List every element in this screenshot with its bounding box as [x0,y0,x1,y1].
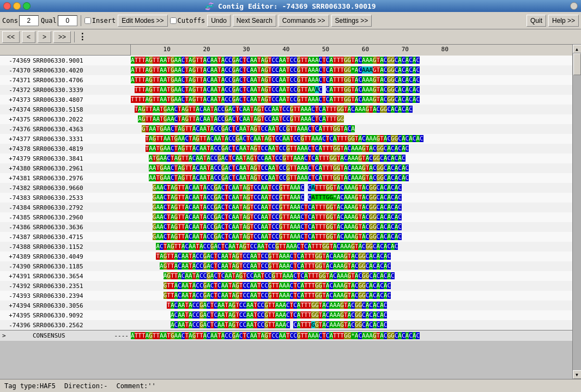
row-sequence: TAGTTACAATACCGACTCAATAGTCCAATCCGTTAAACTC… [131,252,572,261]
row-id: +74394 [0,302,33,309]
nav-bar: << < > >> ⋮ [0,29,581,45]
sequence-text: TTTTAGTTAATGAACTAGTTACAATACCGACTCAATAGTC… [131,95,420,105]
ruler-row: 10 20 30 40 50 60 70 80 [0,45,572,56]
resize-icon[interactable] [570,2,578,10]
scroll-thumb[interactable] [573,53,581,75]
row-sequence: ACAATACCGACTCAATAGTCCAATCCGTTAAAC CATTTG… [131,320,572,330]
row-name: SRR006330.3331 [33,136,104,143]
status-bar: Tag type:HAF5 Direction:- Comment:'' [0,379,581,392]
minimize-button[interactable] [13,2,21,10]
row-id: -74372 [0,87,33,94]
row-sequence: AGTTACAATACCGACTCAATAGTCCAATCCGTTAAACTCA… [131,271,572,281]
row-name: SRR006330.3654 [33,273,104,280]
row-sequence: ATGAACTAGTTACAATACCGACTCAATAGTCCAATCCGTT… [131,154,572,163]
row-name: SRR006330.4049 [33,253,104,260]
sequence-text: ACAATACCGACTCAATAGTCCAATCCGTTAAAC CATTTG… [131,320,387,330]
prev-button[interactable]: < [22,31,35,43]
qual-label: Qual [41,17,57,24]
row-id: +74377 [0,136,33,143]
table-row: +74395SRR006330.9092 ACAATACCGACTCAATAGT… [0,310,572,320]
row-name: SRR006330.2562 [33,322,104,329]
sequence-text: ATTTAGTTAATGAACTAGTTACAATACCGACTCAATAGTC… [131,65,420,75]
next-nav-button[interactable]: > [38,31,51,43]
sequence-container[interactable]: 10 20 30 40 50 60 70 80 -74369SRR006330.… [0,45,572,379]
table-row: -74376SRR006330.4363 GTAATGAACTAGTTACAAT… [0,124,572,134]
scroll-up-button[interactable]: ▲ [573,45,582,53]
window-title: Contig Editor: -74369 SRR006330.90019 [218,2,376,10]
toolbar: Cons 2 Qual 0 Insert Edit Modes >> Cutof… [0,12,581,29]
last-button[interactable]: >> [53,31,71,43]
edit-modes-button[interactable]: Edit Modes >> [118,15,167,27]
sequence-text: GAACTAGTTACAATACCGACTCAATAGTCCAATCCGTTAA… [131,212,402,222]
help-button[interactable]: Help >> [548,15,579,27]
row-sequence: AGTTAATGAACTAGTTACAATACCGACTCAATAGTCCAAT… [131,114,572,124]
row-name: SRR006330.2394 [33,292,104,299]
vertical-scrollbar[interactable]: ▲ ▼ [572,45,581,379]
row-sequence: AGTTACAATACCGACTCAATAGTCCAATCCGTTAAACTCA… [131,261,572,271]
row-name: SRR006330.4363 [33,126,104,133]
row-id: +74378 [0,145,33,152]
row-sequence: GAACTAGTTACAATACCGACTCAATAGTCCAATCCGTTAA… [131,232,572,242]
insert-checkbox[interactable] [84,17,91,24]
ruler-content: 10 20 30 40 50 60 70 80 [131,45,572,56]
seq-rows[interactable]: -74369SRR006330.9001ATTTAGTTAATGAACTAGTT… [0,56,572,379]
qual-input[interactable]: 0 [58,15,77,26]
sequence-text: ATTTAGTTAATGAACTAGTTACAATACCGACTCAATAGTC… [131,331,420,341]
table-row: +74373SRR006330.4807TTTTAGTTAATGAACTAGTT… [0,95,572,105]
row-id: -74387 [0,234,33,241]
commands-button[interactable]: Commands >> [279,15,329,27]
row-name: SRR006330.2976 [33,175,104,182]
table-row: -74390SRR006330.1185 AGTTACAATACCGACTCAA… [0,261,572,271]
insert-checkbox-label[interactable]: Insert [84,17,116,24]
sequence-text: AGTTAATGAACTAGTTACAATACCGACTCAATAGTCCAAT… [131,114,344,124]
quit-button[interactable]: Quit [526,15,546,27]
window-controls[interactable] [3,2,31,10]
row-id: +74389 [0,253,33,260]
cutoffs-checkbox[interactable] [170,17,177,24]
right-window-controls[interactable] [570,2,578,10]
sequence-text: GAACTAGTTACAATACCGACTCAATAGTCCAATCCGTTAA… [131,183,402,193]
undo-button[interactable]: Undo [207,15,231,27]
close-button[interactable] [3,2,11,10]
cons-input[interactable]: 2 [19,15,39,26]
table-row: -74386SRR006330.3636 GAACTAGTTACAATACCGA… [0,222,572,232]
table-row: -74385SRR006330.2960 GAACTAGTTACAATACCGA… [0,212,572,222]
row-id: -74369 [0,57,33,64]
ruler-label-header [0,45,131,55]
row-sequence: AATGAACTAGTTACAATACCGACTCAATAGTCCAATCCGT… [131,173,572,183]
row-sequence: GTTACAATACCGACTCAATAGTCCAATCCGTTAAACTCAT… [131,281,572,291]
sequence-text: TAGTTAATGAACTAGTTACAATACCGACTCAATAGTCCAA… [131,105,413,114]
row-sequence: ACTAGTTACAATACCGACTCAATAGTCCAATCCGTTAAAC… [131,242,572,252]
first-button[interactable]: << [2,31,20,43]
cutoffs-checkbox-label[interactable]: Cutoffs [170,17,205,24]
settings-button[interactable]: Settings >> [331,15,372,27]
row-sequence: GTAATGAACTAGTTACAATACCGACTCAATAGTCCAATCC… [131,124,572,134]
row-id: -74371 [0,77,33,84]
tag-type: Tag type:HAF5 [4,382,56,390]
maximize-button[interactable] [23,2,31,10]
sequence-text: ATTTAGTTAATGAACTAGTTACAATACCGACTCAATAGTC… [131,56,420,65]
table-row: -74383SRR006330.2533 GAACTAGTTACAATACCGA… [0,193,572,203]
row-id: +74379 [0,155,33,162]
row-id: +74374 [0,106,33,113]
table-row: -74384SRR006330.2792 GAACTAGTTACAATACCGA… [0,203,572,212]
scroll-down-button[interactable]: ▼ [573,370,582,379]
table-row: +74389SRR006330.4049 TAGTTACAATACCGACTCA… [0,252,572,261]
table-row: +74375SRR006330.2022 AGTTAATGAACTAGTTACA… [0,114,572,124]
table-row: +74394SRR006330.3056 TACAATACCGACTCAATAG… [0,301,572,310]
sequence-text: GTTACAATACCGACTCAATAGTCCAATCCGTTAAACTCAT… [131,281,391,291]
sequence-text: GAACTAGTTACAATACCGACTCAATAGTCCAATCCGTTAA… [131,222,402,232]
sequence-text: TAATGAACTAGTTACAATACCGACTCAATAGTCCAATCCG… [131,144,409,154]
sequence-text: TAGTTAATGAACTAGTTACAATACCGACTCAATAGTCCAA… [131,134,423,144]
row-sequence: TTTAGTTAATGAACTAGTTACAATACCGACTCAATAGTCC… [131,85,572,95]
row-name: SRR006330.9660 [33,185,104,192]
scroll-track[interactable] [573,53,581,370]
next-search-button[interactable]: Next Search [233,15,276,27]
row-sequence: GAACTAGTTACAATACCGACTCAATAGTCCAATCCGTTAA… [131,183,572,193]
row-name: SRR006330.4715 [33,234,104,241]
sequence-text: TAGTTACAATACCGACTCAATAGTCCAATCCGTTAAACTC… [131,252,391,261]
row-offset: ---- [104,332,131,339]
row-id: -74386 [0,224,33,231]
row-sequence: ATTTAGTTAATGAACTAGTTACAATACCGACTCAATAGTC… [131,65,572,75]
sequence-text: AATGAACTAGTTACAATACCGACTCAATAGTCCAATCCGT… [131,163,409,173]
